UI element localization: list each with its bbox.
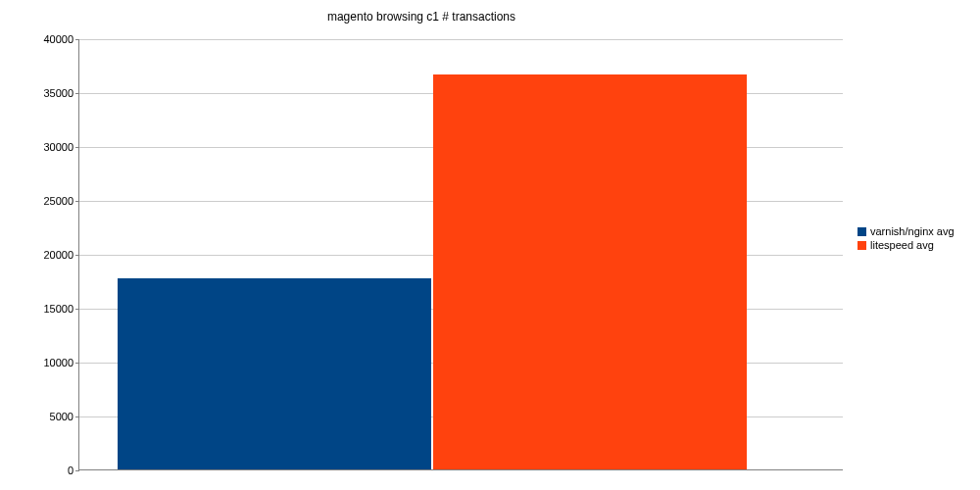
legend-swatch <box>858 227 866 236</box>
y-tick-label: 40000 <box>43 33 79 45</box>
plot-area: 0500010000150002000025000300003500040000 <box>78 39 843 470</box>
legend-label: litespeed avg <box>870 239 934 251</box>
y-tick-label: 25000 <box>43 195 79 207</box>
y-tick-label: 5000 <box>50 411 79 422</box>
legend-item: varnish/nginx avg <box>858 225 955 237</box>
chart-title: magento browsing c1 # transactions <box>0 10 843 24</box>
y-tick-label: 15000 <box>43 303 79 315</box>
legend-item: litespeed avg <box>858 239 955 251</box>
legend-label: varnish/nginx avg <box>870 225 955 237</box>
gridline <box>79 39 843 40</box>
legend: varnish/nginx avglitespeed avg <box>858 225 955 253</box>
y-tick-label: 35000 <box>43 87 79 99</box>
bar-varnish-nginx-avg <box>118 278 431 469</box>
y-tick-label: 0 <box>68 465 79 476</box>
bar-litespeed-avg <box>433 74 747 469</box>
y-tick-label: 10000 <box>43 357 79 368</box>
legend-swatch <box>858 241 866 250</box>
y-tick-label: 20000 <box>43 249 79 261</box>
chart-container: magento browsing c1 # transactions 05000… <box>0 0 980 490</box>
y-tick-label: 30000 <box>43 141 79 153</box>
